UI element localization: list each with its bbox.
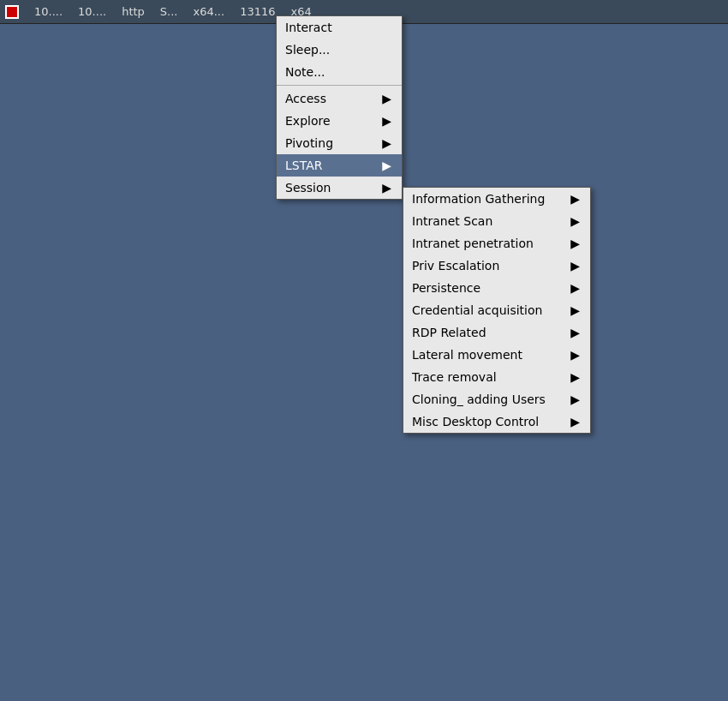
intranet-scan-label: Intranet Scan bbox=[412, 214, 492, 228]
misc-desktop-label: Misc Desktop Control bbox=[412, 415, 539, 428]
menu-item-intranet-penetration[interactable]: Intranet penetration ▶ bbox=[403, 232, 590, 255]
persistence-arrow-icon: ▶ bbox=[570, 281, 580, 295]
info-gathering-arrow-icon: ▶ bbox=[570, 192, 580, 206]
lstar-arrow-icon: ▶ bbox=[382, 159, 391, 172]
lstar-label: LSTAR bbox=[285, 159, 322, 172]
info-gathering-label: Information Gathering bbox=[412, 192, 545, 206]
menu-item-intranet-scan[interactable]: Intranet Scan ▶ bbox=[403, 210, 590, 232]
trace-removal-arrow-icon: ▶ bbox=[570, 370, 580, 384]
sleep-label: Sleep... bbox=[285, 43, 330, 57]
menu-item-rdp-related[interactable]: RDP Related ▶ bbox=[403, 321, 590, 344]
intranet-scan-arrow-icon: ▶ bbox=[570, 214, 580, 228]
trace-removal-label: Trace removal bbox=[412, 370, 497, 384]
menu-item-session[interactable]: Session ▶ bbox=[277, 177, 402, 199]
rdp-related-arrow-icon: ▶ bbox=[570, 326, 580, 339]
intranet-penetration-arrow-icon: ▶ bbox=[570, 237, 580, 250]
menu-item-sleep[interactable]: Sleep... bbox=[277, 39, 402, 61]
menu-item-misc-desktop[interactable]: Misc Desktop Control ▶ bbox=[403, 410, 590, 433]
lateral-movement-arrow-icon: ▶ bbox=[570, 348, 580, 362]
separator-1 bbox=[277, 85, 402, 86]
misc-desktop-arrow-icon: ▶ bbox=[570, 415, 580, 428]
credential-acquisition-arrow-icon: ▶ bbox=[570, 303, 580, 317]
priv-escalation-arrow-icon: ▶ bbox=[570, 259, 580, 273]
pivoting-label: Pivoting bbox=[285, 136, 333, 150]
intranet-penetration-label: Intranet penetration bbox=[412, 237, 534, 250]
menu-item-interact[interactable]: Interact bbox=[277, 16, 402, 39]
menu-item-pivoting[interactable]: Pivoting ▶ bbox=[277, 132, 402, 154]
interact-label: Interact bbox=[285, 21, 332, 34]
pivoting-arrow-icon: ▶ bbox=[382, 136, 391, 150]
menu-item-explore[interactable]: Explore ▶ bbox=[277, 110, 402, 132]
lstar-submenu: Information Gathering ▶ Intranet Scan ▶ … bbox=[403, 187, 591, 434]
menu-item-credential-acquisition[interactable]: Credential acquisition ▶ bbox=[403, 299, 590, 321]
topbar-col1: 10.... bbox=[34, 5, 63, 18]
topbar-col3: http bbox=[122, 5, 145, 18]
topbar-col5: x64... bbox=[194, 5, 225, 18]
menu-item-lateral-movement[interactable]: Lateral movement ▶ bbox=[403, 344, 590, 366]
menu-item-persistence[interactable]: Persistence ▶ bbox=[403, 277, 590, 299]
priv-escalation-label: Priv Escalation bbox=[412, 259, 499, 273]
menu-item-priv-escalation[interactable]: Priv Escalation ▶ bbox=[403, 255, 590, 277]
menu-item-access[interactable]: Access ▶ bbox=[277, 87, 402, 110]
lateral-movement-label: Lateral movement bbox=[412, 348, 522, 362]
cloning-users-arrow-icon: ▶ bbox=[570, 392, 580, 406]
access-arrow-icon: ▶ bbox=[382, 92, 391, 105]
explore-label: Explore bbox=[285, 114, 331, 128]
rdp-related-label: RDP Related bbox=[412, 326, 486, 339]
topbar-col4: S... bbox=[160, 5, 178, 18]
persistence-label: Persistence bbox=[412, 281, 480, 295]
session-arrow-icon: ▶ bbox=[382, 181, 391, 195]
menu-item-info-gathering[interactable]: Information Gathering ▶ bbox=[403, 188, 590, 210]
app-icon bbox=[5, 5, 19, 19]
menu-item-trace-removal[interactable]: Trace removal ▶ bbox=[403, 366, 590, 388]
cloning-users-label: Cloning_ adding Users bbox=[412, 392, 546, 406]
menu-item-note[interactable]: Note... bbox=[277, 61, 402, 83]
context-menu: Interact Sleep... Note... Access ▶ Explo… bbox=[276, 15, 403, 200]
topbar-col6: 13116 bbox=[240, 5, 275, 18]
menu-item-cloning-users[interactable]: Cloning_ adding Users ▶ bbox=[403, 388, 590, 410]
access-label: Access bbox=[285, 92, 326, 105]
explore-arrow-icon: ▶ bbox=[382, 114, 391, 128]
topbar-col2: 10.... bbox=[78, 5, 106, 18]
menu-item-lstar[interactable]: LSTAR ▶ bbox=[277, 154, 402, 177]
session-label: Session bbox=[285, 181, 331, 195]
credential-acquisition-label: Credential acquisition bbox=[412, 303, 542, 317]
note-label: Note... bbox=[285, 65, 325, 79]
